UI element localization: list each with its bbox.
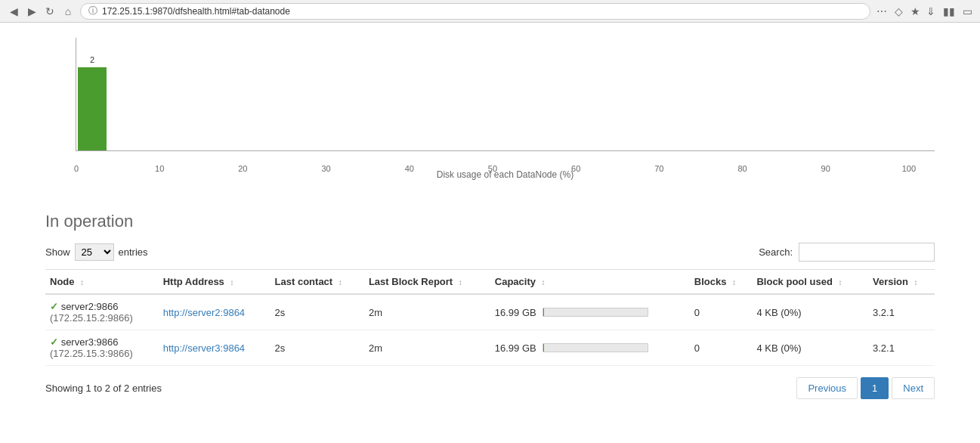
- sort-icon-capacity: ↕: [542, 278, 546, 287]
- x-tick-90: 90: [821, 164, 830, 173]
- capacity-text-0: 16.99 GB: [495, 307, 536, 318]
- x-tick-0: 0: [74, 164, 79, 173]
- table-row: ✓ server2:9866 (172.25.15.2:9866) http:/…: [45, 294, 935, 330]
- data-table: Node ↕ Http Address ↕ Last contact ↕ Las…: [45, 269, 935, 366]
- chart-bar: 2: [78, 67, 107, 150]
- capacity-bar-outer-1: [543, 343, 648, 352]
- cell-contact-1: 2s: [271, 330, 364, 366]
- col-http-address[interactable]: Http Address ↕: [159, 270, 271, 295]
- search-input[interactable]: [799, 243, 935, 262]
- capacity-bar-inner-1: [543, 344, 544, 352]
- chart-title: Disk usage of each DataNode (%): [76, 169, 935, 180]
- forward-button[interactable]: ▶: [26, 5, 38, 17]
- search-label: Search:: [759, 246, 793, 258]
- cell-contact-0: 2s: [271, 294, 364, 330]
- cell-blockpool-1: 4 KB (0%): [752, 330, 868, 366]
- x-tick-20: 20: [238, 164, 247, 173]
- x-tick-50: 50: [488, 164, 497, 173]
- table-header-row: Node ↕ Http Address ↕ Last contact ↕ Las…: [45, 270, 935, 295]
- http-link-1[interactable]: http://server3:9864: [163, 342, 245, 354]
- sidebar-icon[interactable]: ▭: [963, 5, 972, 17]
- col-blocks[interactable]: Blocks ↕: [690, 270, 753, 295]
- x-tick-100: 100: [902, 164, 916, 173]
- url-text: 172.25.15.1:9870/dfshealth.html#tab-data…: [102, 6, 290, 17]
- refresh-button[interactable]: ↻: [44, 5, 56, 17]
- table-controls: Show 10 25 50 100 entries Search:: [45, 243, 935, 262]
- cell-blocks-0: 0: [690, 294, 753, 330]
- sort-icon-blockreport: ↕: [459, 278, 462, 287]
- col-version[interactable]: Version ↕: [868, 270, 935, 295]
- sort-icon-blockpool: ↕: [838, 278, 842, 287]
- node-status-icon-1: ✓: [50, 336, 58, 348]
- col-last-block-report[interactable]: Last Block Report ↕: [364, 270, 490, 295]
- col-node[interactable]: Node ↕: [45, 270, 159, 295]
- bookmark-icon[interactable]: ◇: [895, 5, 903, 17]
- disk-usage-chart: 2 0 10 20 30 40 50 60 70 80 90 100 Disk …: [45, 38, 935, 189]
- x-tick-80: 80: [737, 164, 747, 173]
- next-button[interactable]: Next: [892, 377, 935, 399]
- cell-version-0: 3.2.1: [868, 294, 935, 330]
- capacity-bar-outer-0: [543, 308, 648, 317]
- page-content: 2 0 10 20 30 40 50 60 70 80 90 100 Disk …: [0, 23, 980, 414]
- cell-blockpool-0: 4 KB (0%): [752, 294, 868, 330]
- node-ip-0: (172.25.15.2:9866): [50, 312, 133, 324]
- show-label: Show: [45, 246, 70, 258]
- address-bar[interactable]: ⓘ 172.25.15.1:9870/dfshealth.html#tab-da…: [80, 3, 870, 20]
- capacity-text-1: 16.99 GB: [495, 342, 536, 354]
- x-tick-40: 40: [405, 164, 414, 173]
- cell-http-1: http://server3:9864: [159, 330, 271, 366]
- cell-node-0: ✓ server2:9866 (172.25.15.2:9866): [45, 294, 159, 330]
- col-last-contact[interactable]: Last contact ↕: [271, 270, 364, 295]
- library-icon[interactable]: ▮▮: [943, 5, 955, 17]
- security-icon: ⓘ: [88, 5, 97, 17]
- pagination-buttons: Previous 1 Next: [796, 377, 935, 399]
- node-ip-1: (172.25.15.3:9866): [50, 348, 133, 359]
- browser-actions: ⋯ ◇ ★: [876, 5, 920, 17]
- sort-icon-contact: ↕: [339, 278, 342, 287]
- table-row: ✓ server3:9866 (172.25.15.3:9866) http:/…: [45, 330, 935, 366]
- menu-icon[interactable]: ⋯: [876, 5, 887, 17]
- x-tick-10: 10: [155, 164, 164, 173]
- cell-blockreport-1: 2m: [364, 330, 490, 366]
- chart-inner: 2 0 10 20 30 40 50 60 70 80 90 100 Disk …: [76, 38, 935, 166]
- previous-button[interactable]: Previous: [796, 377, 858, 399]
- sort-icon-version: ↕: [914, 278, 918, 287]
- show-entries: Show 10 25 50 100 entries: [45, 243, 148, 261]
- browser-toolbar: ◀ ▶ ↻ ⌂ ⓘ 172.25.15.1:9870/dfshealth.htm…: [0, 0, 980, 23]
- entries-select[interactable]: 10 25 50 100: [75, 243, 114, 261]
- x-tick-70: 70: [654, 164, 663, 173]
- cell-node-1: ✓ server3:9866 (172.25.15.3:9866): [45, 330, 159, 366]
- bar-value-label: 2: [90, 55, 94, 64]
- node-status-icon-0: ✓: [50, 301, 58, 312]
- cell-capacity-1: 16.99 GB: [490, 330, 690, 366]
- x-tick-30: 30: [321, 164, 330, 173]
- search-area: Search:: [759, 243, 935, 262]
- back-button[interactable]: ◀: [8, 5, 20, 17]
- section-title: In operation: [45, 212, 935, 231]
- cell-version-1: 3.2.1: [868, 330, 935, 366]
- capacity-cell-0: 16.99 GB: [495, 307, 685, 318]
- capacity-bar-inner-0: [543, 308, 544, 316]
- showing-text: Showing 1 to 2 of 2 entries: [45, 383, 162, 394]
- cell-http-0: http://server2:9864: [159, 294, 271, 330]
- x-tick-60: 60: [571, 164, 580, 173]
- home-button[interactable]: ⌂: [62, 5, 74, 17]
- capacity-cell-1: 16.99 GB: [495, 342, 685, 354]
- http-link-0[interactable]: http://server2:9864: [163, 307, 245, 318]
- cell-blocks-1: 0: [690, 330, 753, 366]
- entries-label: entries: [119, 246, 148, 258]
- sort-icon-blocks: ↕: [732, 278, 736, 287]
- cell-capacity-0: 16.99 GB: [490, 294, 690, 330]
- node-name-1: server3:9866: [61, 336, 119, 348]
- node-name-0: server2:9866: [61, 301, 119, 312]
- col-capacity[interactable]: Capacity ↕: [490, 270, 690, 295]
- page-1-button[interactable]: 1: [861, 377, 889, 399]
- sort-icon-http: ↕: [230, 278, 233, 287]
- col-block-pool-used[interactable]: Block pool used ↕: [752, 270, 868, 295]
- sort-icon-node: ↕: [80, 278, 84, 287]
- cell-blockreport-0: 2m: [364, 294, 490, 330]
- star-icon[interactable]: ★: [910, 5, 920, 17]
- download-icon[interactable]: ⇓: [926, 5, 935, 17]
- pagination-area: Showing 1 to 2 of 2 entries Previous 1 N…: [45, 377, 935, 399]
